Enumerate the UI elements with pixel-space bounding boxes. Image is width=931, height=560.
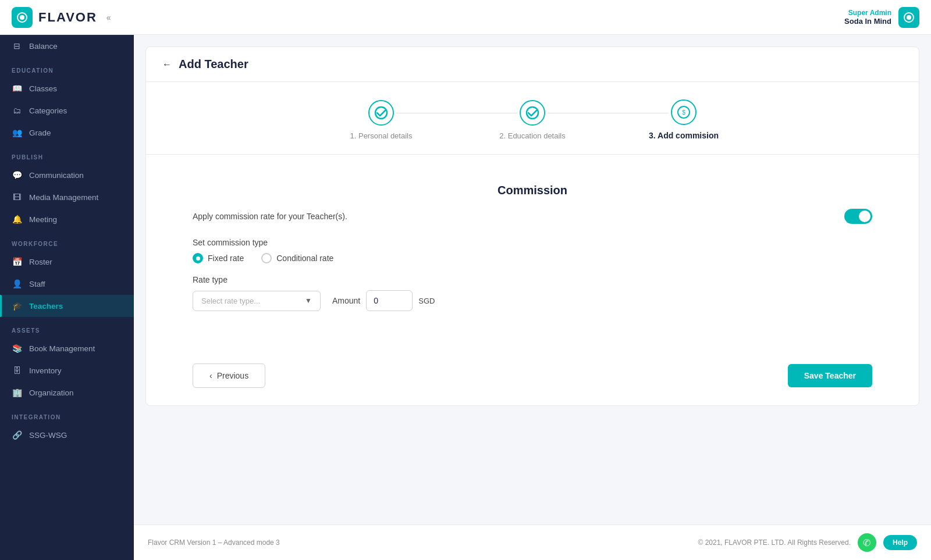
media-icon: 🎞 <box>12 192 22 202</box>
sidebar-section-publish: PUBLISH <box>0 144 134 164</box>
radio-fixed-label: Fixed rate <box>208 254 244 263</box>
user-role: Super Admin <box>844 9 891 17</box>
amount-label: Amount <box>332 296 360 305</box>
sidebar-item-label: Roster <box>29 258 52 266</box>
previous-button[interactable]: ‹ Previous <box>193 363 265 388</box>
steps-bar: 1. Personal details 2. Education details <box>146 82 919 155</box>
amount-input[interactable] <box>366 290 413 311</box>
ssg-icon: 🔗 <box>12 430 22 440</box>
sidebar-item-inventory[interactable]: 🗄 Inventory <box>0 359 134 381</box>
commission-toggle-row: Apply commission rate for your Teacher(s… <box>193 209 872 224</box>
collapse-icon[interactable]: « <box>106 13 111 22</box>
step-3-label: 3. Add commision <box>649 131 719 140</box>
rate-type-row: Select rate type... ▼ Amount SGD <box>193 290 872 311</box>
categories-icon: 🗂 <box>12 106 22 115</box>
sidebar-section-integration: INTEGRATION <box>0 404 134 424</box>
set-commission-type: Set commission type Fixed rate Condition… <box>193 238 872 263</box>
sidebar-item-communication[interactable]: 💬 Communication <box>0 164 134 186</box>
step-3: $ 3. Add commision <box>608 99 759 140</box>
content-area: ← Add Teacher 1. Personal details <box>134 35 931 560</box>
radio-conditional-dot <box>261 253 272 263</box>
sidebar-item-organization[interactable]: 🏢 Organization <box>0 381 134 404</box>
sidebar-item-roster[interactable]: 📅 Roster <box>0 251 134 273</box>
sidebar-item-book-management[interactable]: 📚 Book Management <box>0 337 134 359</box>
currency-label: SGD <box>418 297 435 305</box>
roster-icon: 📅 <box>12 257 22 266</box>
sidebar-item-label: Classes <box>29 84 57 93</box>
step-3-circle: $ <box>671 99 697 125</box>
sidebar-item-staff[interactable]: 👤 Staff <box>0 273 134 295</box>
sidebar-item-label: Media Management <box>29 193 98 202</box>
sidebar-item-ssg-wsg[interactable]: 🔗 SSG-WSG <box>0 424 134 446</box>
radio-fixed-rate[interactable]: Fixed rate <box>193 253 244 263</box>
radio-fixed-dot <box>193 253 203 263</box>
sidebar-item-categories[interactable]: 🗂 Categories <box>0 99 134 122</box>
save-label: Save Teacher <box>804 371 856 380</box>
sidebar-item-label: Meeting <box>29 215 57 224</box>
back-button[interactable]: ← <box>162 59 172 70</box>
user-area: Super Admin Soda In Mind <box>844 7 919 28</box>
step-2: 2. Education details <box>457 100 608 140</box>
page-header: ← Add Teacher <box>146 47 919 82</box>
page-card: ← Add Teacher 1. Personal details <box>145 47 919 406</box>
main-layout: ⊟ Balance EDUCATION 📖 Classes 🗂 Categori… <box>0 35 931 560</box>
sidebar-item-label: Communication <box>29 171 84 180</box>
save-teacher-button[interactable]: Save Teacher <box>788 364 872 387</box>
set-commission-label: Set commission type <box>193 238 872 247</box>
step-1-circle <box>368 100 394 126</box>
rate-type-placeholder: Select rate type... <box>201 297 260 305</box>
sidebar-item-meeting[interactable]: 🔔 Meeting <box>0 208 134 230</box>
classes-icon: 📖 <box>12 84 22 93</box>
page-title: Add Teacher <box>179 58 248 71</box>
previous-chevron-icon: ‹ <box>209 371 212 380</box>
sidebar-item-label: Inventory <box>29 366 62 375</box>
previous-label: Previous <box>217 371 248 380</box>
whatsapp-button[interactable]: ✆ <box>858 533 876 552</box>
rate-type-select[interactable]: Select rate type... ▼ <box>193 291 321 311</box>
top-header: FLAVOR « Super Admin Soda In Mind <box>0 0 931 35</box>
sidebar-item-teachers[interactable]: 🎓 Teachers <box>0 295 134 317</box>
sidebar-item-grade[interactable]: 👥 Grade <box>0 122 134 144</box>
svg-point-1 <box>20 15 24 20</box>
step-1-label: 1. Personal details <box>350 131 413 140</box>
sidebar-item-classes[interactable]: 📖 Classes <box>0 77 134 99</box>
dropdown-chevron-icon: ▼ <box>305 297 312 305</box>
balance-icon: ⊟ <box>12 41 22 51</box>
step-2-label: 2. Education details <box>499 131 565 140</box>
sidebar-item-label: SSG-WSG <box>29 431 67 440</box>
sidebar-item-label: Balance <box>29 42 58 51</box>
step-2-circle <box>520 100 545 126</box>
footer-version: Flavor CRM Version 1 – Advanced mode 3 <box>148 538 280 547</box>
commission-description: Apply commission rate for your Teacher(s… <box>193 212 347 221</box>
book-icon: 📚 <box>12 344 22 353</box>
step-1: 1. Personal details <box>305 100 457 140</box>
avatar <box>898 7 919 28</box>
footer-right: © 2021, FLAVOR PTE. LTD. All Rights Rese… <box>698 533 917 552</box>
inventory-icon: 🗄 <box>12 366 22 375</box>
communication-icon: 💬 <box>12 170 22 180</box>
rate-type-label: Rate type <box>193 275 872 284</box>
svg-text:$: $ <box>682 109 685 116</box>
org-icon: 🏢 <box>12 388 22 397</box>
page-wrapper: ← Add Teacher 1. Personal details <box>134 35 931 525</box>
sidebar-section-education: EDUCATION <box>0 57 134 77</box>
commission-section: Commission Apply commission rate for you… <box>146 155 919 352</box>
commission-toggle[interactable] <box>844 209 872 224</box>
sidebar: ⊟ Balance EDUCATION 📖 Classes 🗂 Categori… <box>0 35 134 560</box>
help-button[interactable]: Help <box>883 535 917 550</box>
sidebar-item-label: Book Management <box>29 344 95 353</box>
sidebar-section-workforce: WORKFORCE <box>0 230 134 251</box>
svg-point-3 <box>907 15 911 20</box>
rate-type-section: Rate type Select rate type... ▼ Amount S… <box>193 275 872 311</box>
sidebar-item-balance[interactable]: ⊟ Balance <box>0 35 134 57</box>
teachers-icon: 🎓 <box>12 301 22 311</box>
commission-title: Commission <box>193 184 872 197</box>
sidebar-item-media-management[interactable]: 🎞 Media Management <box>0 186 134 208</box>
grade-icon: 👥 <box>12 128 22 137</box>
footer: Flavor CRM Version 1 – Advanced mode 3 ©… <box>134 525 931 560</box>
sidebar-section-assets: ASSETS <box>0 317 134 337</box>
logo-area: FLAVOR « <box>12 7 111 28</box>
sidebar-item-label: Categories <box>29 106 67 115</box>
radio-conditional-rate[interactable]: Conditional rate <box>261 253 333 263</box>
sidebar-item-label: Staff <box>29 280 45 288</box>
